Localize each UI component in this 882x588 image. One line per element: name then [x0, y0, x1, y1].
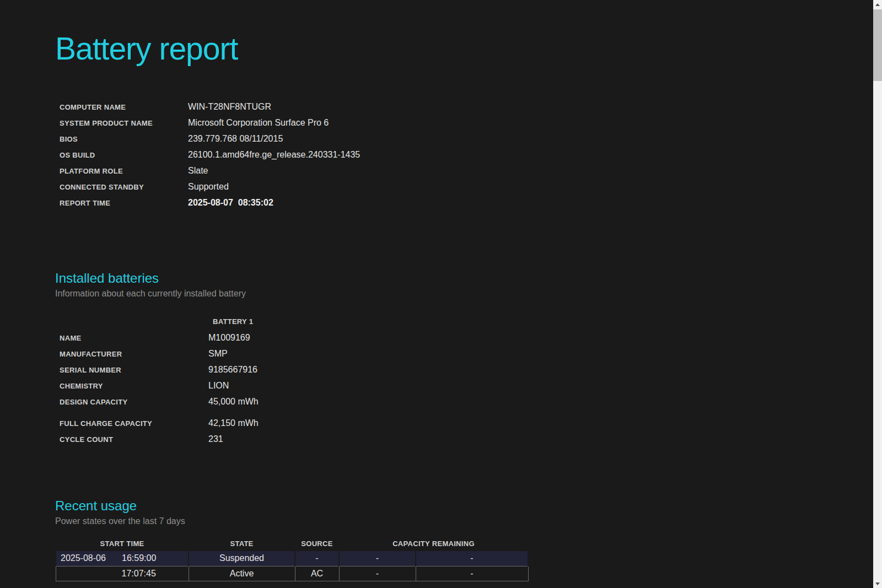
- battery-row: CYCLE COUNT 231: [55, 431, 860, 447]
- battery-label: MANUFACTURER: [55, 346, 208, 362]
- usage-date: 2025-08-06: [61, 553, 122, 563]
- system-info-section: COMPUTER NAME WIN-T28NF8NTUGR SYSTEM PRO…: [55, 99, 860, 211]
- system-info-row: OS BUILD 26100.1.amd64fre.ge_release.240…: [55, 147, 860, 163]
- battery-label: FULL CHARGE CAPACITY: [55, 416, 208, 431]
- system-info-label: CONNECTED STANDBY: [55, 179, 188, 195]
- battery-label: NAME: [55, 330, 208, 346]
- usage-cell-capacity-mwh: -: [416, 551, 528, 566]
- usage-header-row: START TIME STATE SOURCE CAPACITY REMAINI…: [56, 538, 528, 551]
- installed-batteries-subtitle: Information about each currently install…: [55, 288, 860, 299]
- page-title: Battery report: [55, 30, 860, 67]
- battery-label: DESIGN CAPACITY: [55, 394, 208, 410]
- installed-batteries-section: Installed batteries Information about ea…: [55, 270, 860, 447]
- usage-row-suspended: 2025-08-0616:59:00 Suspended - - -: [56, 551, 528, 566]
- system-info-label: SYSTEM PRODUCT NAME: [55, 115, 188, 131]
- usage-time: 16:59:00: [122, 553, 156, 563]
- system-info-row: BIOS 239.779.768 08/11/2015: [55, 131, 860, 147]
- installed-batteries-heading: Installed batteries: [55, 270, 860, 287]
- battery-value: SMP: [208, 346, 228, 362]
- battery-row: NAME M1009169: [55, 330, 860, 346]
- battery-row: DESIGN CAPACITY 45,000 mWh: [55, 393, 860, 409]
- usage-cell-capacity-mwh: -: [416, 566, 528, 581]
- battery-row: CHEMISTRY LION: [55, 377, 860, 393]
- system-info-value: Microsoft Corporation Surface Pro 6: [188, 115, 329, 131]
- column-header-capacity-remaining: CAPACITY REMAINING: [339, 538, 528, 551]
- usage-cell-capacity-percent: -: [339, 566, 416, 581]
- usage-cell-state: Active: [189, 566, 295, 581]
- battery-label: CHEMISTRY: [55, 378, 208, 394]
- battery-row: SERIAL NUMBER 9185667916: [55, 362, 860, 377]
- scroll-up-arrow-icon: [875, 3, 880, 6]
- column-header-source: SOURCE: [295, 538, 339, 551]
- system-info-label: COMPUTER NAME: [55, 99, 188, 115]
- battery-label: CYCLE COUNT: [55, 431, 208, 447]
- report-page: Battery report COMPUTER NAME WIN-T28NF8N…: [0, 0, 860, 581]
- battery-row: MANUFACTURER SMP: [55, 346, 860, 362]
- scrollbar-thumb[interactable]: [873, 9, 882, 81]
- system-info-value: WIN-T28NF8NTUGR: [188, 99, 271, 115]
- usage-cell-capacity-percent: -: [339, 551, 416, 566]
- battery-value: M1009169: [208, 330, 250, 346]
- usage-row-active: 17:07:45 Active AC - -: [56, 566, 528, 581]
- system-info-label: OS BUILD: [55, 147, 188, 163]
- usage-cell-source: AC: [295, 566, 339, 581]
- system-info-row: SYSTEM PRODUCT NAME Microsoft Corporatio…: [55, 115, 860, 131]
- battery-value: 45,000 mWh: [208, 393, 259, 409]
- recent-usage-section: Recent usage Power states over the last …: [55, 498, 860, 581]
- recent-usage-table: START TIME STATE SOURCE CAPACITY REMAINI…: [55, 538, 529, 581]
- battery-row: FULL CHARGE CAPACITY 42,150 mWh: [55, 415, 860, 431]
- system-info-label: REPORT TIME: [55, 195, 188, 211]
- battery-value: 9185667916: [208, 362, 257, 377]
- battery-value: 42,150 mWh: [208, 415, 259, 431]
- system-info-row: PLATFORM ROLE Slate: [55, 163, 860, 179]
- battery-column-header: BATTERY 1: [213, 314, 860, 330]
- system-info-row: COMPUTER NAME WIN-T28NF8NTUGR: [55, 99, 860, 115]
- usage-cell-start-time: 2025-08-0616:59:00: [56, 551, 189, 566]
- system-info-row: CONNECTED STANDBY Supported: [55, 179, 860, 195]
- system-info-label: BIOS: [55, 131, 188, 147]
- vertical-scrollbar[interactable]: [873, 0, 882, 588]
- scroll-up-button[interactable]: [873, 0, 882, 9]
- usage-time: 17:07:45: [122, 569, 156, 579]
- system-info-value: 239.779.768 08/11/2015: [188, 131, 283, 147]
- usage-cell-start-time: 17:07:45: [56, 566, 189, 581]
- usage-cell-source: -: [295, 551, 339, 566]
- scroll-down-arrow-icon: [875, 582, 880, 585]
- column-header-state: STATE: [189, 538, 295, 551]
- system-info-value: Slate: [188, 163, 208, 179]
- scroll-down-button[interactable]: [873, 579, 882, 588]
- system-info-value: Supported: [188, 179, 229, 195]
- column-header-start-time: START TIME: [56, 538, 189, 551]
- battery-label: SERIAL NUMBER: [55, 362, 208, 378]
- recent-usage-heading: Recent usage: [55, 498, 860, 514]
- system-info-row: REPORT TIME 2025-08-07 08:35:02: [55, 195, 860, 211]
- report-time-value: 2025-08-07 08:35:02: [188, 195, 273, 211]
- battery-details-table: BATTERY 1 NAME M1009169 MANUFACTURER SMP…: [55, 314, 860, 447]
- system-info-label: PLATFORM ROLE: [55, 163, 188, 179]
- battery-value: LION: [208, 377, 229, 393]
- recent-usage-subtitle: Power states over the last 7 days: [55, 515, 860, 527]
- battery-value: 231: [208, 431, 223, 447]
- system-info-value: 26100.1.amd64fre.ge_release.240331-1435: [188, 147, 360, 163]
- usage-cell-state: Suspended: [189, 551, 295, 566]
